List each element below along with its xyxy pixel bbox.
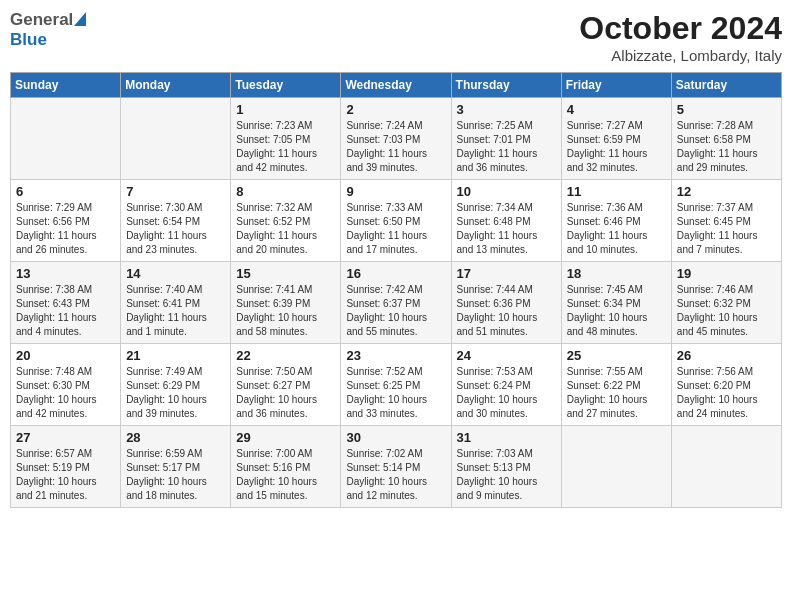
day-cell xyxy=(121,98,231,180)
day-info: Sunrise: 7:32 AM Sunset: 6:52 PM Dayligh… xyxy=(236,201,335,257)
day-cell: 22Sunrise: 7:50 AM Sunset: 6:27 PM Dayli… xyxy=(231,344,341,426)
day-number: 13 xyxy=(16,266,115,281)
day-cell: 31Sunrise: 7:03 AM Sunset: 5:13 PM Dayli… xyxy=(451,426,561,508)
day-number: 29 xyxy=(236,430,335,445)
logo: General Blue xyxy=(10,10,86,50)
day-info: Sunrise: 7:48 AM Sunset: 6:30 PM Dayligh… xyxy=(16,365,115,421)
day-number: 1 xyxy=(236,102,335,117)
day-cell: 6Sunrise: 7:29 AM Sunset: 6:56 PM Daylig… xyxy=(11,180,121,262)
day-number: 7 xyxy=(126,184,225,199)
week-row-5: 27Sunrise: 6:57 AM Sunset: 5:19 PM Dayli… xyxy=(11,426,782,508)
day-number: 6 xyxy=(16,184,115,199)
day-info: Sunrise: 7:36 AM Sunset: 6:46 PM Dayligh… xyxy=(567,201,666,257)
day-cell: 20Sunrise: 7:48 AM Sunset: 6:30 PM Dayli… xyxy=(11,344,121,426)
day-cell: 7Sunrise: 7:30 AM Sunset: 6:54 PM Daylig… xyxy=(121,180,231,262)
day-cell xyxy=(11,98,121,180)
column-header-tuesday: Tuesday xyxy=(231,73,341,98)
day-info: Sunrise: 6:59 AM Sunset: 5:17 PM Dayligh… xyxy=(126,447,225,503)
day-number: 18 xyxy=(567,266,666,281)
day-info: Sunrise: 7:25 AM Sunset: 7:01 PM Dayligh… xyxy=(457,119,556,175)
week-row-4: 20Sunrise: 7:48 AM Sunset: 6:30 PM Dayli… xyxy=(11,344,782,426)
calendar-body: 1Sunrise: 7:23 AM Sunset: 7:05 PM Daylig… xyxy=(11,98,782,508)
day-number: 10 xyxy=(457,184,556,199)
header-row: SundayMondayTuesdayWednesdayThursdayFrid… xyxy=(11,73,782,98)
day-number: 20 xyxy=(16,348,115,363)
day-info: Sunrise: 7:34 AM Sunset: 6:48 PM Dayligh… xyxy=(457,201,556,257)
day-number: 19 xyxy=(677,266,776,281)
month-title: October 2024 xyxy=(579,10,782,47)
day-info: Sunrise: 7:00 AM Sunset: 5:16 PM Dayligh… xyxy=(236,447,335,503)
day-info: Sunrise: 7:49 AM Sunset: 6:29 PM Dayligh… xyxy=(126,365,225,421)
day-number: 22 xyxy=(236,348,335,363)
column-header-thursday: Thursday xyxy=(451,73,561,98)
day-cell: 4Sunrise: 7:27 AM Sunset: 6:59 PM Daylig… xyxy=(561,98,671,180)
day-cell: 2Sunrise: 7:24 AM Sunset: 7:03 PM Daylig… xyxy=(341,98,451,180)
day-number: 5 xyxy=(677,102,776,117)
day-number: 28 xyxy=(126,430,225,445)
day-info: Sunrise: 7:55 AM Sunset: 6:22 PM Dayligh… xyxy=(567,365,666,421)
day-cell: 11Sunrise: 7:36 AM Sunset: 6:46 PM Dayli… xyxy=(561,180,671,262)
day-number: 9 xyxy=(346,184,445,199)
day-number: 12 xyxy=(677,184,776,199)
day-number: 3 xyxy=(457,102,556,117)
day-cell: 13Sunrise: 7:38 AM Sunset: 6:43 PM Dayli… xyxy=(11,262,121,344)
day-number: 24 xyxy=(457,348,556,363)
calendar-table: SundayMondayTuesdayWednesdayThursdayFrid… xyxy=(10,72,782,508)
day-cell: 8Sunrise: 7:32 AM Sunset: 6:52 PM Daylig… xyxy=(231,180,341,262)
day-cell: 30Sunrise: 7:02 AM Sunset: 5:14 PM Dayli… xyxy=(341,426,451,508)
day-info: Sunrise: 7:38 AM Sunset: 6:43 PM Dayligh… xyxy=(16,283,115,339)
column-header-saturday: Saturday xyxy=(671,73,781,98)
day-number: 23 xyxy=(346,348,445,363)
day-number: 17 xyxy=(457,266,556,281)
day-info: Sunrise: 7:03 AM Sunset: 5:13 PM Dayligh… xyxy=(457,447,556,503)
day-info: Sunrise: 7:33 AM Sunset: 6:50 PM Dayligh… xyxy=(346,201,445,257)
calendar-header: SundayMondayTuesdayWednesdayThursdayFrid… xyxy=(11,73,782,98)
day-info: Sunrise: 7:53 AM Sunset: 6:24 PM Dayligh… xyxy=(457,365,556,421)
day-info: Sunrise: 7:50 AM Sunset: 6:27 PM Dayligh… xyxy=(236,365,335,421)
day-number: 26 xyxy=(677,348,776,363)
day-cell: 21Sunrise: 7:49 AM Sunset: 6:29 PM Dayli… xyxy=(121,344,231,426)
day-number: 8 xyxy=(236,184,335,199)
day-info: Sunrise: 7:46 AM Sunset: 6:32 PM Dayligh… xyxy=(677,283,776,339)
column-header-friday: Friday xyxy=(561,73,671,98)
day-info: Sunrise: 7:30 AM Sunset: 6:54 PM Dayligh… xyxy=(126,201,225,257)
day-info: Sunrise: 7:37 AM Sunset: 6:45 PM Dayligh… xyxy=(677,201,776,257)
location: Albizzate, Lombardy, Italy xyxy=(579,47,782,64)
day-number: 2 xyxy=(346,102,445,117)
title-area: October 2024 Albizzate, Lombardy, Italy xyxy=(579,10,782,64)
day-info: Sunrise: 7:56 AM Sunset: 6:20 PM Dayligh… xyxy=(677,365,776,421)
day-cell: 3Sunrise: 7:25 AM Sunset: 7:01 PM Daylig… xyxy=(451,98,561,180)
day-cell: 25Sunrise: 7:55 AM Sunset: 6:22 PM Dayli… xyxy=(561,344,671,426)
logo-triangle-icon xyxy=(74,12,86,26)
week-row-1: 1Sunrise: 7:23 AM Sunset: 7:05 PM Daylig… xyxy=(11,98,782,180)
day-info: Sunrise: 7:42 AM Sunset: 6:37 PM Dayligh… xyxy=(346,283,445,339)
day-number: 21 xyxy=(126,348,225,363)
day-number: 4 xyxy=(567,102,666,117)
day-cell: 5Sunrise: 7:28 AM Sunset: 6:58 PM Daylig… xyxy=(671,98,781,180)
logo-blue: Blue xyxy=(10,30,47,49)
day-cell: 15Sunrise: 7:41 AM Sunset: 6:39 PM Dayli… xyxy=(231,262,341,344)
day-cell: 29Sunrise: 7:00 AM Sunset: 5:16 PM Dayli… xyxy=(231,426,341,508)
day-cell: 17Sunrise: 7:44 AM Sunset: 6:36 PM Dayli… xyxy=(451,262,561,344)
column-header-sunday: Sunday xyxy=(11,73,121,98)
page-header: General Blue October 2024 Albizzate, Lom… xyxy=(10,10,782,64)
week-row-2: 6Sunrise: 7:29 AM Sunset: 6:56 PM Daylig… xyxy=(11,180,782,262)
day-number: 25 xyxy=(567,348,666,363)
day-cell: 1Sunrise: 7:23 AM Sunset: 7:05 PM Daylig… xyxy=(231,98,341,180)
day-cell xyxy=(671,426,781,508)
day-cell xyxy=(561,426,671,508)
day-cell: 24Sunrise: 7:53 AM Sunset: 6:24 PM Dayli… xyxy=(451,344,561,426)
day-number: 11 xyxy=(567,184,666,199)
day-number: 15 xyxy=(236,266,335,281)
column-header-wednesday: Wednesday xyxy=(341,73,451,98)
day-info: Sunrise: 7:41 AM Sunset: 6:39 PM Dayligh… xyxy=(236,283,335,339)
day-info: Sunrise: 7:44 AM Sunset: 6:36 PM Dayligh… xyxy=(457,283,556,339)
day-cell: 19Sunrise: 7:46 AM Sunset: 6:32 PM Dayli… xyxy=(671,262,781,344)
column-header-monday: Monday xyxy=(121,73,231,98)
day-info: Sunrise: 7:27 AM Sunset: 6:59 PM Dayligh… xyxy=(567,119,666,175)
day-cell: 28Sunrise: 6:59 AM Sunset: 5:17 PM Dayli… xyxy=(121,426,231,508)
day-info: Sunrise: 7:52 AM Sunset: 6:25 PM Dayligh… xyxy=(346,365,445,421)
day-info: Sunrise: 7:40 AM Sunset: 6:41 PM Dayligh… xyxy=(126,283,225,339)
day-number: 14 xyxy=(126,266,225,281)
day-info: Sunrise: 6:57 AM Sunset: 5:19 PM Dayligh… xyxy=(16,447,115,503)
